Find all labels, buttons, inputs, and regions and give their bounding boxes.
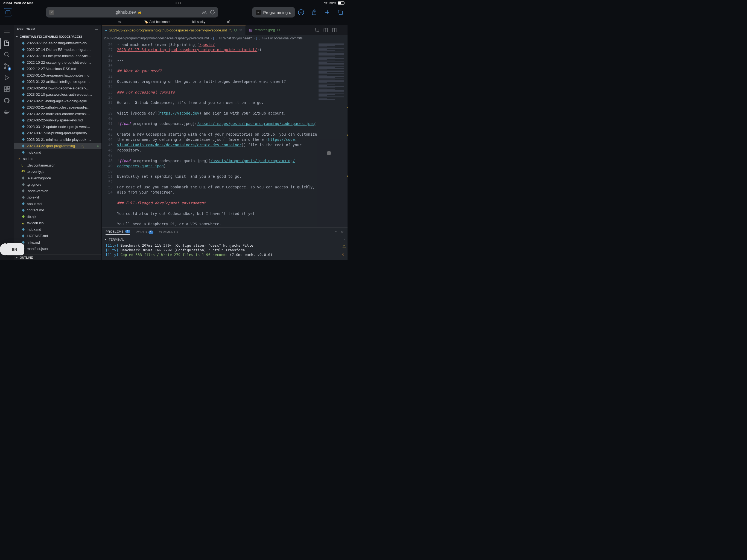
file-row[interactable]: db.njk [14, 213, 101, 220]
secondary-tab[interactable]: cri. Programming o [252, 7, 295, 18]
address-bar[interactable]: ✕ .github.dev🔒 ᴀA [46, 7, 218, 18]
explorer-view-icon[interactable] [3, 40, 11, 47]
file-row[interactable]: 2023-03-17-3d-printing-ipad-raspberry… [14, 130, 101, 136]
file-row[interactable]: LICENSE.md [14, 233, 101, 239]
run-debug-icon[interactable] [3, 74, 11, 81]
panel-tab-problems[interactable]: PROBLEMS2 [106, 230, 130, 235]
url-host: .github.dev [114, 10, 136, 15]
file-row[interactable]: 2023-02-10-passwordless-auth-webaut… [14, 91, 101, 98]
terminal-header[interactable]: TERMINAL › [102, 236, 347, 243]
keyboard-language-indicator[interactable]: EN [5, 244, 24, 255]
explorer-title: EXPLORER [17, 28, 35, 31]
svg-rect-13 [4, 87, 6, 89]
file-row[interactable]: 2023-02-21-being-agile-vs-doing-agile.… [14, 98, 101, 104]
file-row[interactable]: 2022-07-12-Self-hosting-nitter-with-do… [14, 40, 101, 47]
multitask-dots-icon[interactable] [176, 2, 181, 4]
downloads-icon[interactable] [298, 9, 304, 16]
bookmarklet-add[interactable]: 🏷️ Add bookmark [144, 20, 170, 24]
file-row[interactable]: .node-version [14, 188, 101, 195]
code-editor[interactable]: 2627282930313233343536373839404142434445… [102, 42, 347, 228]
bookmarklet-kill[interactable]: kill sticky [192, 20, 205, 24]
reader-mode-icon[interactable]: ᴀA [202, 10, 206, 15]
file-row[interactable]: 2023-02-22-malicious-chrome-extensi… [14, 111, 101, 117]
file-row[interactable]: about.md [14, 201, 101, 207]
file-row[interactable]: 2023-02-22-yubikey-spare-keys.md [14, 117, 101, 124]
file-row[interactable]: 2023-02-02-How-to-become-a-better-… [14, 85, 101, 92]
file-row[interactable]: index.md [14, 149, 101, 156]
minimap[interactable] [317, 42, 347, 228]
editor-tabs: ● 2023-03-22-ipad-programming-github-cod… [102, 25, 347, 35]
menu-icon[interactable] [4, 28, 10, 33]
sidebar-toggle-button[interactable] [4, 8, 12, 17]
panel-tab-comments[interactable]: COMMENTS [159, 230, 178, 234]
scrollbar-overview[interactable] [347, 42, 347, 228]
close-tab-icon[interactable]: ✕ [239, 28, 242, 32]
search-view-icon[interactable] [3, 51, 11, 58]
svg-point-22 [315, 28, 316, 29]
explorer-sidebar: EXPLORER ⋯ CHRISTIAN-FEI.GITHUB.IO [CODE… [14, 25, 102, 260]
outline-section[interactable]: OUTLINE [14, 254, 101, 260]
file-row[interactable]: 2023-01-13-ai-openai-chatgpt-notes.md [14, 72, 101, 79]
reload-icon[interactable] [210, 10, 215, 15]
bookmarklet-cf[interactable]: cf [227, 20, 230, 24]
extensions-icon[interactable] [3, 85, 11, 93]
file-row[interactable]: manifest.json [14, 246, 101, 252]
tabs-overview-icon[interactable] [337, 9, 344, 16]
docker-icon[interactable] [3, 108, 11, 116]
github-icon[interactable] [3, 97, 11, 104]
bottom-panel: PROBLEMS2 PORTS1 COMMENTS ⌃ ✕ TERMINAL ›… [102, 228, 347, 260]
notification-icon[interactable]: ☾ [342, 252, 346, 257]
split-editor-icon[interactable] [332, 28, 337, 32]
battery-icon [338, 1, 344, 5]
file-row[interactable]: 2022-07-18-One-year-minimal-analytic… [14, 53, 101, 59]
new-tab-icon[interactable] [324, 9, 331, 16]
source-control-icon[interactable]: 4 [3, 62, 11, 70]
preview-icon[interactable] [323, 28, 328, 32]
file-row[interactable]: contact.md [14, 207, 101, 213]
file-row[interactable]: ★favicon.ico [14, 220, 101, 226]
activity-bar: 4 [0, 25, 14, 260]
file-row[interactable]: 2023-03-22-ipad-programming-…2,U [14, 143, 101, 149]
editor-more-icon[interactable]: ⋯ [341, 28, 344, 32]
file-row[interactable]: 2022-12-27-Voracious-RSS.md [14, 66, 101, 72]
file-row[interactable]: 2023-03-21-minimal-ansible-playbook-… [14, 136, 101, 143]
secondary-tab-title: Programming o [263, 10, 291, 15]
svg-rect-16 [7, 86, 9, 88]
svg-rect-0 [6, 11, 10, 14]
wifi-icon [324, 2, 328, 5]
explorer-more-icon[interactable]: ⋯ [95, 27, 98, 31]
file-row[interactable]: index.md [14, 226, 101, 233]
file-row[interactable]: .eleventyignore [14, 175, 101, 182]
editor-area: ● 2023-03-22-ipad-programming-github-cod… [102, 25, 347, 260]
safari-toolbar: ✕ .github.dev🔒 ᴀA cri. Programming o [0, 6, 347, 19]
panel-tab-ports[interactable]: PORTS1 [136, 230, 153, 234]
git-compare-icon[interactable] [314, 28, 319, 32]
share-icon[interactable] [311, 9, 317, 16]
file-row[interactable]: 2022-10-22-escaping-the-bullshit-web.… [14, 59, 101, 66]
editor-tab-second[interactable]: ▧ remotes.jpeg U [246, 25, 284, 35]
file-row[interactable]: 2023-02-21-github-codespaces-ipad-p… [14, 104, 101, 111]
bookmarklet-rss[interactable]: rss [118, 20, 122, 24]
explorer-section-header[interactable]: CHRISTIAN-FEI.GITHUB.IO [CODESPACES] [14, 33, 101, 40]
file-row[interactable]: links.md [14, 239, 101, 246]
file-row[interactable]: 2023-01-22-artificial-intelligence-open… [14, 78, 101, 85]
terminal-output[interactable]: [11ty] Benchmark 207ms 11% 370× (Configu… [102, 243, 347, 260]
file-row[interactable]: 2022-07-14-Did-an-ES-module-migrati… [14, 47, 101, 53]
breadcrumb[interactable]: 23-03-22-ipad-programming-github-codespa… [102, 35, 347, 42]
scm-badge: 4 [8, 67, 11, 71]
panel-close-icon[interactable]: ✕ [341, 230, 344, 234]
file-row[interactable]: 2023-03-12-update-node-npm-js-versi… [14, 124, 101, 130]
file-row[interactable]: .gitignore [14, 181, 101, 188]
file-row[interactable]: .nojekyll [14, 194, 101, 201]
warning-icon[interactable]: ⚠ [342, 244, 346, 248]
close-tab-icon[interactable]: ✕ [49, 10, 54, 15]
file-row[interactable]: JS.eleventy.js [14, 169, 101, 175]
file-row[interactable]: scripts [14, 156, 101, 162]
terminal-next-icon[interactable]: › [344, 238, 345, 241]
file-tree[interactable]: 2022-07-12-Self-hosting-nitter-with-do…2… [14, 40, 101, 254]
file-row[interactable]: {}.devcontainer.json [14, 162, 101, 169]
svg-point-11 [5, 68, 6, 69]
bookmarklets-bar: rss 🏷️ Add bookmark kill sticky cf [0, 19, 347, 25]
editor-tab-main[interactable]: ● 2023-03-22-ipad-programming-github-cod… [102, 25, 246, 35]
panel-maximize-icon[interactable]: ⌃ [334, 230, 337, 234]
